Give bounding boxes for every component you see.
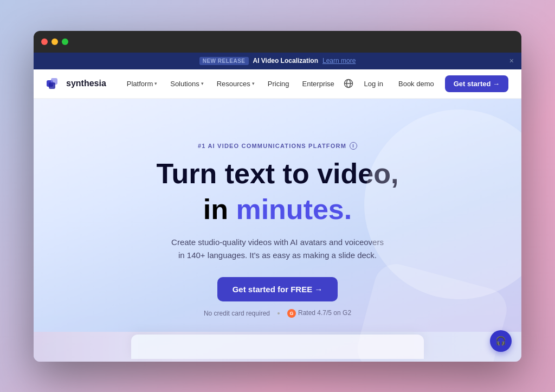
- nav-links: Platform ▾ Solutions ▾ Resources ▾ Prici…: [121, 76, 344, 91]
- g2-icon: G: [287, 309, 296, 318]
- nav-label-solutions: Solutions: [170, 80, 199, 88]
- support-button[interactable]: 🎧: [490, 330, 512, 352]
- logo-icon: [47, 78, 62, 89]
- book-demo-button[interactable]: Book demo: [394, 76, 438, 91]
- browser-window: NEW RELEASE AI Video Localization Learn …: [34, 31, 521, 362]
- browser-titlebar: [34, 31, 521, 53]
- nav-item-resources[interactable]: Resources ▾: [211, 76, 260, 91]
- hero-subtitle: Create studio-quality videos with AI ava…: [169, 236, 386, 262]
- svg-rect-2: [49, 82, 55, 89]
- headphone-icon: 🎧: [495, 336, 506, 346]
- globe-icon[interactable]: [344, 79, 353, 88]
- nav-label-pricing: Pricing: [268, 80, 289, 88]
- close-dot[interactable]: [41, 38, 48, 45]
- announcement-title: AI Video Localization: [253, 57, 318, 65]
- chevron-down-icon: ▾: [201, 81, 204, 86]
- new-release-badge: NEW RELEASE: [199, 57, 249, 65]
- nav-item-pricing[interactable]: Pricing: [262, 76, 295, 91]
- hero-badge: #1 AI VIDEO COMMUNICATIONS PLATFORM i: [198, 142, 357, 150]
- nav-right: Log in Book demo Get started →: [344, 75, 508, 92]
- minimize-dot[interactable]: [51, 38, 58, 45]
- navbar: synthesia Platform ▾ Solutions ▾ Resourc…: [34, 69, 521, 99]
- nav-label-platform: Platform: [127, 80, 153, 88]
- hero-trust-text1: No credit card required: [204, 310, 270, 317]
- hero-title-line1: Turn text to video,: [157, 158, 399, 189]
- hero-badge-text: #1 AI VIDEO COMMUNICATIONS PLATFORM: [198, 143, 346, 149]
- info-icon[interactable]: i: [350, 142, 357, 150]
- nav-item-platform[interactable]: Platform ▾: [121, 76, 163, 91]
- browser-content: NEW RELEASE AI Video Localization Learn …: [34, 53, 521, 362]
- nav-item-enterprise[interactable]: Enterprise: [297, 76, 340, 91]
- hero-title-line2: in minutes.: [203, 194, 352, 225]
- maximize-dot[interactable]: [62, 38, 68, 45]
- bottom-preview-strip: [34, 332, 521, 362]
- login-button[interactable]: Log in: [360, 76, 388, 91]
- logo[interactable]: synthesia: [47, 78, 106, 89]
- hero-trust-area: No credit card required GRated 4.7/5 on …: [204, 309, 351, 318]
- logo-text: synthesia: [66, 79, 106, 88]
- learn-more-link[interactable]: Learn more: [322, 57, 356, 65]
- preview-card: [131, 335, 424, 359]
- hero-title-prefix: in: [203, 194, 236, 225]
- get-started-nav-button[interactable]: Get started →: [445, 75, 508, 92]
- announcement-bar: NEW RELEASE AI Video Localization Learn …: [34, 53, 521, 69]
- browser-dots: [41, 38, 68, 45]
- hero-cta-button[interactable]: Get started for FREE →: [217, 277, 338, 301]
- nav-label-enterprise: Enterprise: [302, 80, 334, 88]
- hero-trust-text2: Rated 4.7/5 on G2: [298, 309, 351, 317]
- announcement-close-button[interactable]: ×: [509, 56, 514, 65]
- nav-label-resources: Resources: [217, 80, 250, 88]
- hero-section: #1 AI VIDEO COMMUNICATIONS PLATFORM i Tu…: [34, 99, 521, 362]
- trust-separator: [278, 312, 280, 314]
- nav-item-solutions[interactable]: Solutions ▾: [165, 76, 209, 91]
- hero-trust-g2: GRated 4.7/5 on G2: [287, 309, 351, 318]
- chevron-down-icon: ▾: [252, 81, 255, 86]
- chevron-down-icon: ▾: [154, 81, 157, 86]
- hero-title-highlight: minutes.: [236, 194, 352, 225]
